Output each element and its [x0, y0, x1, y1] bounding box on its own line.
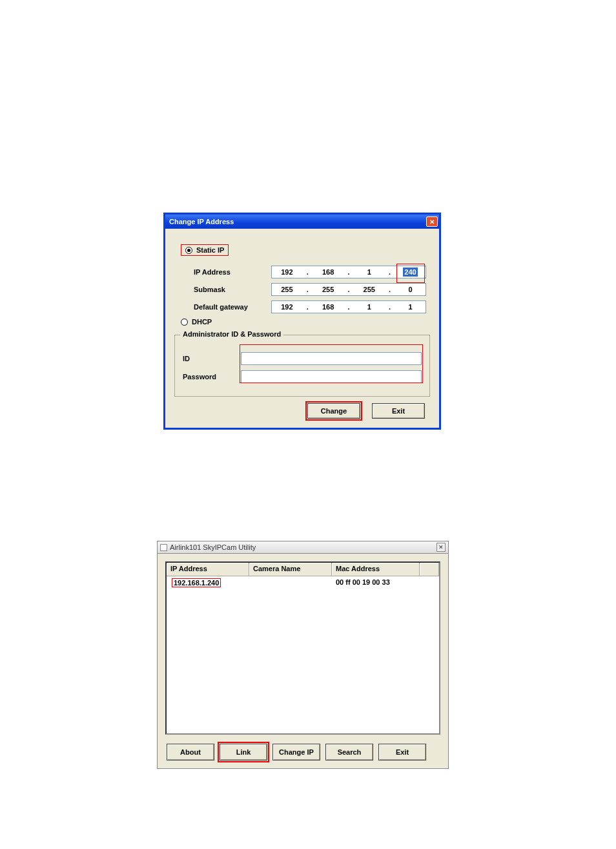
ip-octet-2[interactable]: 168 [316, 268, 340, 276]
column-header-name[interactable]: Camera Name [249, 563, 332, 576]
change-ip-dialog: Change IP Address ✕ Static IP IP Address… [163, 213, 441, 430]
exit-button[interactable]: Exit [372, 403, 425, 419]
about-button[interactable]: About [167, 744, 214, 760]
radio-dhcp-row[interactable]: DHCP [181, 318, 426, 326]
skyipcam-utility-dialog: Airlink101 SkyIPCam Utility ✕ IP Address… [157, 541, 449, 769]
column-header-ip[interactable]: IP Address [167, 563, 249, 576]
column-header-spacer [420, 563, 439, 576]
ip-address-row: IP Address 192. 168. 1. 240 [194, 266, 426, 278]
dialog-title: Airlink101 SkyIPCam Utility [170, 543, 256, 551]
listview-header: IP Address Camera Name Mac Address [167, 563, 439, 576]
titlebar[interactable]: Change IP Address ✕ [165, 215, 439, 229]
cell-name [249, 578, 332, 587]
password-input[interactable] [241, 370, 422, 383]
id-label: ID [183, 355, 241, 362]
id-row: ID [183, 352, 422, 365]
titlebar[interactable]: Airlink101 SkyIPCam Utility ✕ [158, 541, 448, 554]
gateway-octet-1[interactable]: 192 [275, 303, 298, 311]
submask-label: Submask [194, 286, 271, 293]
radio-icon [185, 247, 192, 254]
admin-groupbox: Administrator ID & Password ID Password [174, 335, 430, 397]
password-row: Password [183, 370, 422, 383]
ip-address-label: IP Address [194, 268, 271, 276]
button-row: Change Exit [174, 403, 430, 419]
submask-octet-4[interactable]: 0 [398, 286, 422, 293]
ip-octet-4[interactable]: 240 [398, 267, 422, 277]
cell-ip-text: 192.168.1.240 [172, 578, 221, 587]
cell-mac: 00 ff 00 19 00 33 [332, 578, 420, 587]
dialog-client: IP Address Camera Name Mac Address 192.1… [158, 554, 448, 768]
gateway-octet-2[interactable]: 168 [316, 303, 340, 311]
camera-listview[interactable]: IP Address Camera Name Mac Address 192.1… [165, 561, 440, 735]
gateway-octet-4[interactable]: 1 [398, 303, 422, 311]
toolbar: About Link Change IP Search Exit [165, 744, 440, 760]
gateway-label: Default gateway [194, 303, 271, 311]
radio-static-ip-row[interactable]: Static IP [181, 244, 229, 256]
dialog-title: Change IP Address [169, 218, 234, 225]
link-button[interactable]: Link [220, 744, 267, 760]
password-label: Password [183, 373, 241, 381]
table-row[interactable]: 192.168.1.240 00 ff 00 19 00 33 [167, 576, 439, 587]
gateway-row: Default gateway 192. 168. 1. 1 [194, 300, 426, 313]
gateway-input[interactable]: 192. 168. 1. 1 [271, 300, 426, 313]
change-button[interactable]: Change [307, 403, 360, 419]
admin-groupbox-legend: Administrator ID & Password [180, 330, 283, 338]
ip-octet-3[interactable]: 1 [358, 268, 381, 276]
exit-button[interactable]: Exit [378, 744, 426, 760]
close-icon[interactable]: ✕ [436, 543, 446, 552]
id-input[interactable] [241, 352, 422, 365]
submask-row: Submask 255. 255. 255. 0 [194, 283, 426, 296]
column-header-mac[interactable]: Mac Address [332, 563, 420, 576]
search-button[interactable]: Search [325, 744, 373, 760]
submask-input[interactable]: 255. 255. 255. 0 [271, 283, 426, 296]
app-icon [160, 544, 167, 551]
radio-dhcp-label: DHCP [192, 318, 212, 326]
close-icon[interactable]: ✕ [426, 216, 438, 227]
radio-static-ip-label: Static IP [196, 246, 224, 254]
change-ip-button[interactable]: Change IP [272, 744, 320, 760]
gateway-octet-3[interactable]: 1 [358, 303, 381, 311]
submask-octet-1[interactable]: 255 [275, 286, 298, 293]
submask-octet-3[interactable]: 255 [358, 286, 381, 293]
radio-icon [181, 319, 188, 326]
dialog-client: Static IP IP Address 192. 168. 1. 240 Su… [165, 229, 439, 428]
submask-octet-2[interactable]: 255 [316, 286, 340, 293]
ip-octet-1[interactable]: 192 [275, 268, 298, 276]
cell-ip: 192.168.1.240 [167, 578, 249, 587]
ip-address-input[interactable]: 192. 168. 1. 240 [271, 266, 426, 278]
